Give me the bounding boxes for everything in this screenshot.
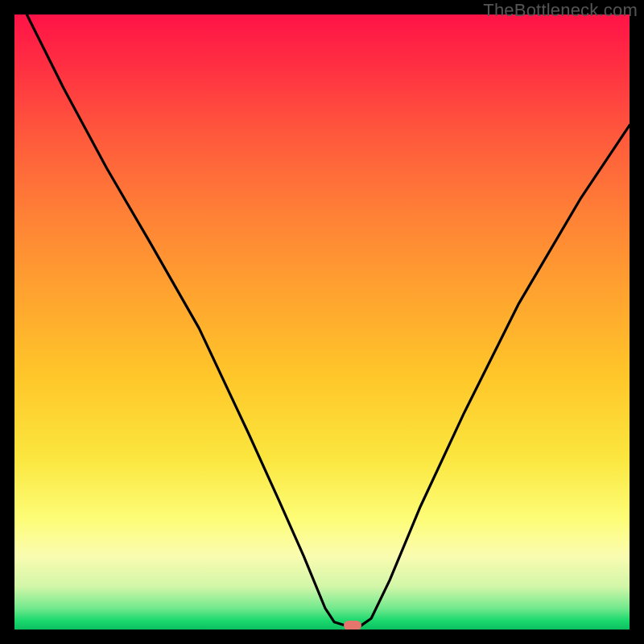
bottleneck-marker-icon: [344, 621, 361, 630]
plot-area: [14, 14, 630, 630]
chart-container: TheBottleneck.com: [0, 0, 644, 644]
bottleneck-curve: [14, 14, 630, 630]
watermark-text: TheBottleneck.com: [483, 0, 638, 21]
